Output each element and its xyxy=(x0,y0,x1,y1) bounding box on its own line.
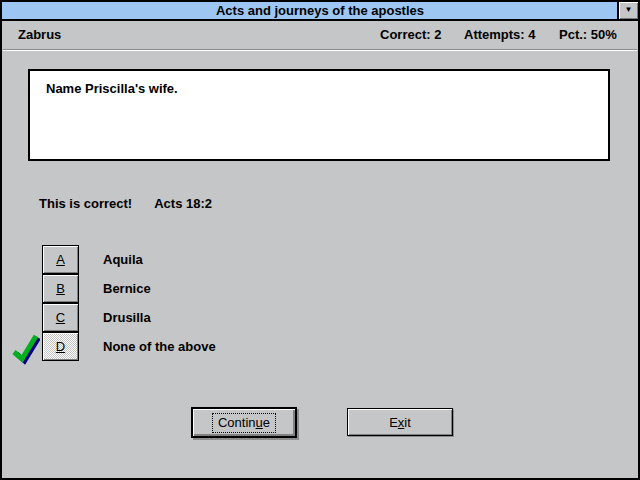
answer-list: A Aquila B Bernice C Drusilla D xyxy=(42,245,216,361)
answer-row-d: D None of the above xyxy=(42,332,216,361)
answer-row-a: A Aquila xyxy=(42,245,216,274)
answer-button-d[interactable]: D xyxy=(42,332,79,361)
answer-button-a[interactable]: A xyxy=(42,245,79,274)
question-text: Name Priscilla's wife. xyxy=(46,81,178,96)
percent-score: Pct.: 50% xyxy=(559,27,617,42)
chevron-down-icon: ▼ xyxy=(625,5,633,14)
correct-count: Correct: 2 xyxy=(380,27,441,42)
answer-label: Bernice xyxy=(103,281,151,296)
question-box: Name Priscilla's wife. xyxy=(28,69,610,161)
feedback-result: This is correct! xyxy=(39,196,132,211)
window-title: Acts and journeys of the apostles xyxy=(216,3,424,18)
header-divider xyxy=(3,49,637,51)
answer-button-c[interactable]: C xyxy=(42,303,79,332)
correct-check-icon xyxy=(8,331,40,365)
window-menu-button[interactable]: ▼ xyxy=(617,2,638,19)
attempts-count: Attempts: 4 xyxy=(464,27,536,42)
answer-label: None of the above xyxy=(103,339,216,354)
feedback-line: This is correct!Acts 18:2 xyxy=(39,196,212,211)
exit-button[interactable]: Exit xyxy=(347,408,453,436)
player-name: Zabrus xyxy=(18,27,61,42)
title-bar: Acts and journeys of the apostles ▼ xyxy=(2,2,638,21)
answer-row-b: B Bernice xyxy=(42,274,216,303)
continue-button[interactable]: Continue xyxy=(191,407,297,438)
answer-button-b[interactable]: B xyxy=(42,274,79,303)
answer-label: Drusilla xyxy=(103,310,151,325)
answer-row-c: C Drusilla xyxy=(42,303,216,332)
quiz-window: Acts and journeys of the apostles ▼ Zabr… xyxy=(0,0,640,480)
answer-label: Aquila xyxy=(103,252,143,267)
focus-rectangle: Continue xyxy=(212,413,276,433)
scripture-reference: Acts 18:2 xyxy=(154,196,212,211)
